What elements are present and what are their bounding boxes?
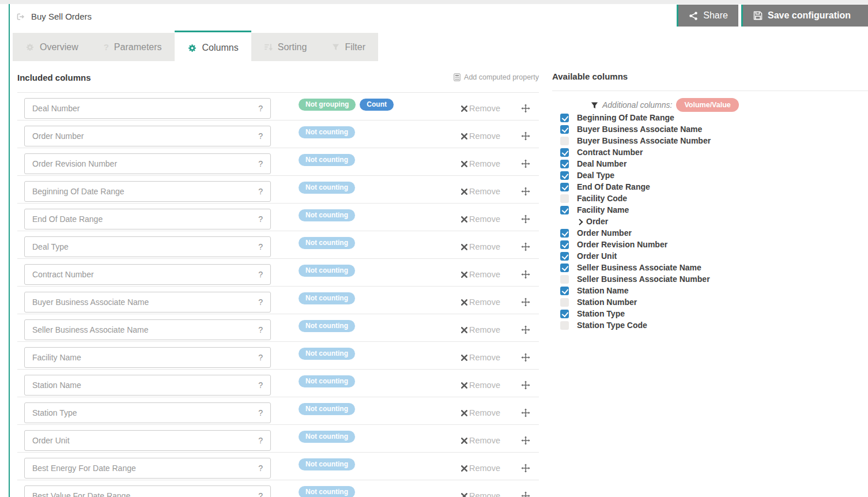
checkbox-unchecked-icon[interactable] — [560, 137, 569, 145]
available-column-item[interactable]: Deal Type — [560, 170, 868, 181]
available-column-item[interactable]: Station Type Code — [560, 319, 868, 331]
help-icon[interactable]: ? — [258, 381, 263, 390]
counting-badge[interactable]: Not counting — [299, 348, 355, 360]
move-handle-icon[interactable] — [521, 402, 530, 423]
remove-button[interactable]: Remove — [461, 430, 500, 451]
available-column-item[interactable]: Order Revision Number — [560, 239, 868, 250]
help-icon[interactable]: ? — [258, 270, 263, 279]
column-field[interactable]: Station Name ? — [24, 375, 271, 396]
help-icon[interactable]: ? — [258, 408, 263, 417]
available-column-item[interactable]: Buyer Business Associate Name — [560, 123, 868, 135]
available-column-item[interactable]: Contract Number — [560, 146, 868, 158]
help-icon[interactable]: ? — [258, 187, 263, 196]
counting-badge[interactable]: Not counting — [299, 403, 355, 415]
move-handle-icon[interactable] — [521, 375, 530, 396]
counting-badge[interactable]: Not counting — [299, 375, 355, 387]
move-handle-icon[interactable] — [521, 209, 530, 229]
available-column-item[interactable]: Facility Name — [560, 204, 868, 216]
move-handle-icon[interactable] — [521, 485, 530, 497]
help-icon[interactable]: ? — [258, 491, 263, 497]
help-icon[interactable]: ? — [258, 464, 263, 473]
counting-badge[interactable]: Not counting — [299, 292, 355, 304]
remove-button[interactable]: Remove — [461, 485, 500, 497]
help-icon[interactable]: ? — [258, 353, 263, 362]
counting-badge[interactable]: Not counting — [299, 265, 355, 277]
column-field[interactable]: Deal Number ? — [24, 98, 271, 119]
move-handle-icon[interactable] — [521, 319, 530, 340]
column-field[interactable]: Best Energy For Date Range ? — [24, 458, 271, 479]
available-column-item[interactable]: Order Number — [560, 227, 868, 239]
help-icon[interactable]: ? — [258, 436, 263, 445]
available-column-item[interactable]: Buyer Business Associate Number — [560, 135, 868, 146]
remove-button[interactable]: Remove — [461, 209, 500, 229]
remove-button[interactable]: Remove — [461, 458, 500, 479]
move-handle-icon[interactable] — [521, 430, 530, 451]
available-column-item[interactable]: Seller Business Associate Name — [560, 262, 868, 273]
available-column-item[interactable]: Station Name — [560, 285, 868, 296]
remove-button[interactable]: Remove — [461, 153, 500, 174]
checkbox-checked-icon[interactable] — [560, 229, 569, 238]
move-handle-icon[interactable] — [521, 126, 530, 146]
save-configuration-button[interactable]: Save configuration — [741, 5, 868, 27]
move-handle-icon[interactable] — [521, 292, 530, 312]
checkbox-checked-icon[interactable] — [560, 171, 569, 180]
tab-overview[interactable]: Overview — [13, 33, 91, 61]
add-computed-property-button[interactable]: Add computed property — [454, 73, 539, 81]
checkbox-checked-icon[interactable] — [560, 206, 569, 214]
remove-button[interactable]: Remove — [461, 402, 500, 423]
checkbox-checked-icon[interactable] — [560, 252, 569, 261]
help-icon[interactable]: ? — [258, 242, 263, 251]
remove-button[interactable]: Remove — [461, 181, 500, 202]
counting-badge[interactable]: Not counting — [299, 209, 355, 221]
help-icon[interactable]: ? — [258, 298, 263, 307]
column-field[interactable]: Facility Name ? — [24, 347, 271, 368]
column-field[interactable]: Deal Type ? — [24, 236, 271, 257]
move-handle-icon[interactable] — [521, 264, 530, 285]
tab-parameters[interactable]: ? Parameters — [91, 33, 175, 61]
counting-badge[interactable]: Not counting — [299, 431, 355, 443]
count-badge[interactable]: Count — [360, 99, 394, 111]
column-field[interactable]: Beginning Of Date Range ? — [24, 181, 271, 202]
share-button[interactable]: Share — [677, 5, 738, 27]
volume-value-badge[interactable]: Volume/Value — [676, 98, 738, 112]
checkbox-unchecked-icon[interactable] — [560, 194, 569, 203]
checkbox-unchecked-icon[interactable] — [560, 298, 569, 307]
checkbox-checked-icon[interactable] — [560, 263, 569, 272]
counting-badge[interactable]: Not counting — [299, 126, 355, 138]
available-column-item[interactable]: Facility Code — [560, 193, 868, 204]
checkbox-unchecked-icon[interactable] — [560, 321, 569, 330]
available-column-item[interactable]: Station Number — [560, 296, 868, 308]
remove-button[interactable]: Remove — [461, 126, 500, 146]
available-column-item[interactable]: Beginning Of Date Range — [560, 112, 868, 123]
checkbox-checked-icon[interactable] — [560, 240, 569, 249]
checkbox-checked-icon[interactable] — [560, 183, 569, 191]
move-handle-icon[interactable] — [521, 236, 530, 257]
checkbox-checked-icon[interactable] — [560, 160, 569, 168]
column-field[interactable]: Best Value For Date Range ? — [24, 485, 271, 497]
move-handle-icon[interactable] — [521, 153, 530, 174]
chevron-right-icon[interactable] — [578, 219, 582, 224]
move-handle-icon[interactable] — [521, 458, 530, 479]
counting-badge[interactable]: Not counting — [299, 237, 355, 249]
tab-columns[interactable]: Columns — [175, 31, 251, 63]
available-column-item[interactable]: Deal Number — [560, 158, 868, 170]
remove-button[interactable]: Remove — [461, 236, 500, 257]
counting-badge[interactable]: Not counting — [299, 486, 355, 497]
help-icon[interactable]: ? — [258, 325, 263, 334]
remove-button[interactable]: Remove — [461, 375, 500, 396]
available-column-item[interactable]: End Of Date Range — [560, 181, 868, 193]
column-field[interactable]: End Of Date Range ? — [24, 209, 271, 229]
available-column-item[interactable]: Order Unit — [560, 250, 868, 262]
help-icon[interactable]: ? — [258, 104, 263, 113]
column-field[interactable]: Contract Number ? — [24, 264, 271, 285]
remove-button[interactable]: Remove — [461, 347, 500, 368]
tab-sorting[interactable]: Sorting — [251, 33, 320, 61]
tab-filter[interactable]: Filter — [319, 33, 378, 61]
counting-badge[interactable]: Not counting — [299, 182, 355, 194]
move-handle-icon[interactable] — [521, 181, 530, 202]
column-field[interactable]: Order Unit ? — [24, 430, 271, 451]
remove-button[interactable]: Remove — [461, 319, 500, 340]
remove-button[interactable]: Remove — [461, 264, 500, 285]
checkbox-checked-icon[interactable] — [560, 148, 569, 157]
move-handle-icon[interactable] — [521, 98, 530, 119]
